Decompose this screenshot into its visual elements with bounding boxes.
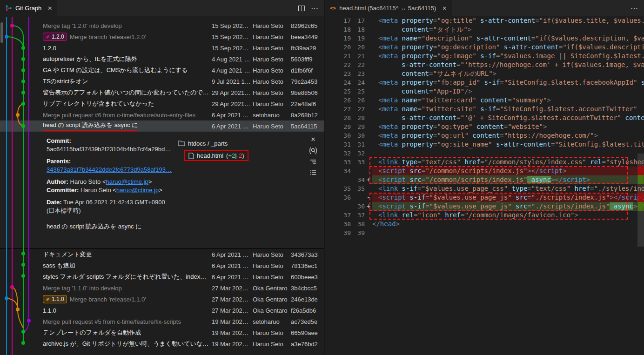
code-line[interactable]: 1717<meta property="og:title" s-attr-con… [325, 16, 644, 25]
diff-sign: - [365, 167, 372, 175]
gutter-old-line-number: 30 [325, 131, 351, 140]
code-line[interactable]: 1818content="タイトル"> [325, 25, 644, 34]
commit-row[interactable]: autoprefixer から、IEを正式に除外4 Aug 2021 …Haru… [0, 54, 324, 65]
code-line[interactable]: 34+<script src="/common/scripts/index.js… [325, 175, 644, 184]
gutter-old-line-number: 23 [325, 69, 351, 78]
commit-row[interactable]: ドキュメント変更6 Apr 2021 …Haruo Seto343673a3 [0, 249, 324, 260]
commit-message: autoprefixer から、IEを正式に除外 [43, 55, 137, 63]
commit-author: Oka Gentaro [253, 307, 291, 314]
code-line[interactable]: 3838</head> [325, 220, 644, 228]
commit-row[interactable]: GA や GTM の設定は、CMSから流し込むようにする4 Aug 2021 …… [0, 65, 324, 76]
code-line[interactable]: 1919<meta name="description" s-attr-cont… [325, 34, 644, 43]
code-line[interactable]: 3131<meta property="og:site_name" s-attr… [325, 140, 644, 149]
commit-hash: 8a268b12 [291, 112, 324, 119]
commit-row[interactable]: TSのstrictをオン9 Jul 2021 1…Haruo Seto79c2a… [0, 76, 324, 87]
code-line[interactable]: 2020<meta property="og:description" s-at… [325, 43, 644, 52]
code-line[interactable]: 2828s-attr-content="'@' + SiteConfig.$la… [325, 114, 644, 122]
code-review-icon[interactable] [309, 147, 318, 154]
close-details-icon[interactable]: ✕ [311, 136, 316, 143]
commit-row[interactable]: 1.1.027 Mar 202…Oka Gentarof26a5db6 [0, 305, 324, 316]
code-line[interactable]: 36+<script s-if="$values.use_page_js" sr… [325, 202, 644, 211]
close-tab-icon[interactable]: ✕ [47, 5, 52, 12]
tag-badge[interactable]: 1.2.0 [43, 33, 67, 41]
commit-row[interactable]: styles フォルダ scripts フォルダにそれぞれ置いた、index…6… [0, 271, 324, 282]
gutter-old-line-number: 39 [325, 228, 351, 237]
split-editor-icon[interactable] [298, 5, 305, 12]
more-actions-icon[interactable]: ⋯ [311, 4, 319, 13]
commit-hash: 22a48af6 [291, 100, 324, 107]
date-row: Date: Tue Apr 06 2021 21:42:43 GMT+0900 [47, 198, 173, 207]
code-line[interactable]: 2727<meta name="twitter:site" s-if="Site… [325, 105, 644, 114]
scrollbar-thumb[interactable] [0, 22, 3, 43]
left-tab-bar: Git Graph ✕ ⋯ [0, 0, 324, 16]
code-line[interactable]: 36-<script s-if="$values.use_page_js" sr… [325, 193, 644, 202]
tag-badge[interactable]: 1.1.0 [43, 295, 67, 303]
commit-hash: d1fb6f6f [291, 67, 324, 74]
diff-sign [365, 16, 372, 25]
close-tab-icon[interactable]: ✕ [442, 5, 447, 12]
commit-row[interactable]: Merge tag '1.1.0' into develop27 Mar 202… [0, 282, 324, 294]
commit-row[interactable]: 1.2.0Merge branch 'release/1.2.0'15 Sep … [0, 31, 324, 42]
diff-sign: + [365, 202, 372, 211]
commit-row[interactable]: Merge pull request #5 from c-time/featur… [0, 316, 324, 327]
code-line[interactable]: 3232 [325, 149, 644, 158]
code-line[interactable]: 3535<link s-if="$values.use_page_css" ty… [325, 184, 644, 193]
commit-row[interactable]: サブディレクトリが含まれていなかった29 Apr 2021…Haruo Seto… [0, 98, 324, 109]
commit-row[interactable]: テンプレートのフォルダを自動作成19 Mar 202…Haruo Seto665… [0, 327, 324, 338]
author-email-link[interactable]: haruo@ctime.jp [106, 178, 148, 185]
tree-file-row[interactable]: head.html (+2|-2) [184, 150, 248, 161]
tab-head-html-diff[interactable]: <> head.html (5ac64115^ ↔ 5ac64115) ✕ [325, 0, 452, 16]
left-scrollbar[interactable] [0, 16, 4, 355]
commit-row[interactable]: 警告表示のデフォルト値がいつの間にか変わっていたので…29 Apr 2021…H… [0, 87, 324, 98]
ruler-added-mark [638, 202, 644, 211]
commit-description: sass も追加 [43, 261, 212, 270]
more-actions-icon[interactable]: ⋯ [631, 4, 638, 13]
commit-hash-full: 5ac64115baf37439b2f23104b4bb7cf4a29bd… [47, 145, 173, 154]
code-line[interactable]: 2424<meta property="fb:app_id" s-if="Sit… [325, 78, 644, 87]
gutter-new-line-number: 31 [351, 140, 365, 149]
commit-row[interactable]: sass も追加6 Apr 2021 …Haruo Seto78136ec1 [0, 260, 324, 271]
gutter-new-line-number: 37 [351, 211, 365, 220]
code-line[interactable]: 2626<meta name="twitter:card" content="s… [325, 96, 644, 105]
commit-row[interactable]: 1.1.0Merge branch 'release/1.1.0'27 Mar … [0, 294, 324, 305]
code-content: content="App-ID"/> [372, 87, 644, 96]
code-content: <meta name="twitter:card" content="summa… [372, 96, 644, 105]
code-line[interactable]: 3939 [325, 228, 644, 237]
commit-row[interactable]: Merge tag '1.2.0' into develop15 Sep 202… [0, 20, 324, 31]
commit-message: sass も追加 [43, 261, 75, 270]
commit-row[interactable]: archive.js が、Git リポジトリが無い時、うまく動いていな…19 M… [0, 338, 324, 349]
diff-editor[interactable]: 1717<meta property="og:title" s-attr-con… [325, 16, 644, 355]
commit-hash: 3b4cbcc5 [291, 285, 324, 292]
gutter-new-line-number: 32 [351, 149, 365, 158]
code-line[interactable]: 2525content="App-ID"/> [325, 87, 644, 96]
parent-hash-link[interactable]: 343673a31f7b34422dde2fc6773d9a58af193… [47, 166, 172, 173]
code-line[interactable]: 2323content="サムネイルのURL"> [325, 69, 644, 78]
commit-date: 19 Mar 202… [212, 329, 253, 336]
commit-row[interactable]: Merge pull request #6 from c-time/featur… [0, 109, 324, 121]
commit-date: 9 Jul 2021 1… [212, 78, 253, 85]
commit-message: 1.1.0 [43, 307, 56, 314]
tab-git-graph[interactable]: Git Graph ✕ [0, 0, 58, 16]
commit-row[interactable]: head の script 読み込みを async に6 Apr 2021 …H… [0, 121, 324, 132]
file-tree-view-icon[interactable] [309, 159, 317, 165]
code-line[interactable]: 2222s-attr-content="'https://hogehoge.co… [325, 60, 644, 69]
file-list-view-icon[interactable] [309, 169, 317, 176]
code-content: s-attr-content="'@' + SiteConfig.$latest… [372, 114, 644, 122]
diff-sign [365, 184, 372, 193]
deletions-count: -2 [237, 152, 242, 159]
code-line[interactable]: 3737<link rel="icon" href="/common/image… [325, 211, 644, 220]
code-line[interactable]: 34-<script src="/common/scripts/index.js… [325, 167, 644, 175]
gutter-old-line-number: 24 [325, 78, 351, 87]
code-line[interactable]: 3030<meta property="og:url" content="htt… [325, 131, 644, 140]
tree-folder-row[interactable]: htdocs / _parts [178, 139, 248, 148]
committer-email-link[interactable]: haruo@ctime.jp [116, 187, 159, 194]
code-line[interactable]: 2929<meta property="og:type" content="we… [325, 122, 644, 131]
gutter-old-line-number: 37 [325, 211, 351, 220]
code-line[interactable]: 2121<meta property="og:image" s-if="$val… [325, 52, 644, 60]
commit-date: 15 Sep 202… [212, 33, 253, 40]
code-line[interactable]: 3333<link type="text/css" href="/common/… [325, 158, 644, 167]
ruler-deleted-mark [638, 166, 644, 175]
commit-row[interactable]: 1.2.015 Sep 202…Haruo Setofb39aa29 [0, 42, 324, 54]
commit-message: archive.js が、Git リポジトリが無い時、うまく動いていな… [43, 340, 208, 348]
commit-author: Haruo Seto [253, 100, 291, 107]
